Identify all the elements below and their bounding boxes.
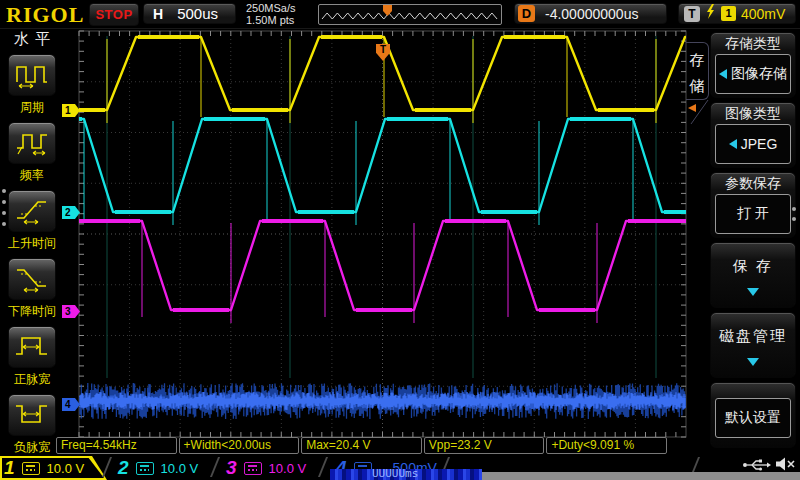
measure-menu-item-label: 上升时间 [0, 235, 64, 252]
menu-section-header: 存储类型 [711, 33, 795, 53]
channel-scale: 10.0 V [161, 461, 199, 476]
chevron-down-icon[interactable] [747, 288, 759, 296]
menu-softkey-button[interactable]: 打 开 [715, 194, 791, 234]
channel-scale: 10.0 V [47, 461, 85, 476]
waveform-display [0, 0, 800, 480]
menu-softkey-button[interactable]: JPEG [715, 124, 791, 164]
chevron-left-icon [729, 139, 737, 149]
oscilloscope-screen: { "top_bar": { "logo": "RIGOL", "run_sta… [0, 0, 800, 480]
storage-menu-tab: 存储 [686, 42, 709, 100]
menu-section-header: 参数保存 [711, 173, 795, 193]
channel-scale: 10.0 V [269, 461, 307, 476]
measure-menu-item-5: 正脉宽 [0, 326, 64, 394]
page-indicator-dot [2, 200, 6, 204]
menu-section-1: 存储类型图像存储 [710, 32, 796, 98]
period-button[interactable] [8, 54, 56, 96]
channel-3-status[interactable]: 310.0 V [226, 456, 306, 480]
page-indicator-dot [2, 189, 6, 193]
waveform-position-bar[interactable] [318, 4, 502, 25]
menu-softkey-label: 打 开 [737, 205, 769, 223]
delay-value: -4.00000000us [545, 6, 638, 22]
top-status-bar: RIGOL STOP H 500us 250MSa/s 1.50M pts D … [0, 0, 800, 29]
channel-number: 3 [226, 456, 237, 480]
neg-pulse-width-icon [15, 401, 49, 429]
menu-softkey-label: JPEG [741, 136, 778, 152]
measure-menu-title: 水平 [0, 30, 64, 54]
menu-softkey-label: 图像存储 [731, 65, 787, 83]
page-indicator-dot [2, 211, 6, 215]
sample-rate: 250MSa/s [246, 2, 296, 14]
measure-menu-item-3: 上升时间 [0, 190, 64, 258]
trigger-source-badge: 1 [721, 6, 736, 21]
horizontal-label: H [153, 6, 163, 22]
measurement-readouts: Freq=4.54kHz+Width<20.00usMax=20.4 VVpp=… [56, 437, 669, 454]
rise-time-icon [15, 197, 49, 225]
menu-section-2: 图像类型JPEG [710, 102, 796, 168]
menu-softkey-button[interactable]: 图像存储 [715, 54, 791, 94]
measure-menu-item-label: 正脉宽 [0, 371, 64, 388]
frequency-icon [15, 129, 49, 157]
menu-section-4: 保 存 [710, 242, 796, 308]
memory-waveform-preview [319, 5, 499, 24]
rise-time-button[interactable] [8, 190, 56, 232]
chevron-down-icon[interactable] [747, 358, 759, 366]
edge-trigger-icon [705, 4, 716, 23]
timebase-value: 500us [177, 5, 218, 22]
chevron-left-icon [719, 69, 727, 79]
channel-2-status[interactable]: 210.0 V [118, 456, 198, 480]
trigger-indicator[interactable]: T 1 400mV [678, 3, 796, 24]
measure-menu-item-6: 负脉宽 [0, 394, 64, 462]
measurement-readout-4: Vpp=23.2 V [424, 437, 545, 454]
measure-menu-item-label: 下降时间 [0, 303, 64, 320]
acquisition-info: 250MSa/s 1.50M pts [246, 2, 296, 26]
measurement-readout-2: +Width<20.00us [179, 437, 300, 454]
channel-number: 2 [118, 456, 129, 480]
fall-time-button[interactable] [8, 258, 56, 300]
rigol-logo: RIGOL [6, 2, 84, 28]
measure-menu-item-label: 周期 [0, 99, 64, 116]
menu-section-header: 图像类型 [711, 103, 795, 123]
measurement-readout-5: +Duty<9.091 % [546, 437, 667, 454]
trigger-badge: T [684, 6, 700, 22]
measurement-readout-1: Freq=4.54kHz [56, 437, 177, 454]
menu-softkey-label: 默认设置 [725, 409, 781, 427]
pos-pulse-width-button[interactable] [8, 326, 56, 368]
menu-section-5: 磁盘管理 [710, 312, 796, 378]
dc-coupling-icon [22, 462, 40, 475]
dc-coupling-icon [244, 462, 262, 475]
menu-softkey-button[interactable]: 默认设置 [715, 398, 791, 438]
fall-time-icon [15, 265, 49, 293]
measure-menu-item-label: 频率 [0, 167, 64, 184]
speaker-muted-icon [774, 456, 796, 476]
menu-section-6: 默认设置 [710, 382, 796, 448]
dc-coupling-icon [136, 462, 154, 475]
measure-menu-items: 周期频率上升时间下降时间正脉宽负脉宽 [0, 54, 64, 462]
menu-section-3: 参数保存打 开 [710, 172, 796, 238]
pos-pulse-width-icon [15, 333, 49, 361]
neg-pulse-width-button[interactable] [8, 394, 56, 436]
page-indicator-dot [792, 217, 796, 221]
trigger-level-arrow[interactable] [688, 104, 696, 112]
delay-badge: D [518, 5, 535, 22]
delay-indicator[interactable]: D -4.00000000us [514, 3, 667, 24]
measure-menu: 水平 周期频率上升时间下降时间正脉宽负脉宽 [0, 30, 64, 462]
period-icon [15, 61, 49, 89]
measurement-readout-3: Max=20.4 V [301, 437, 422, 454]
trigger-level-value: 400mV [741, 6, 785, 22]
measure-menu-item-2: 频率 [0, 122, 64, 190]
measure-menu-item-label: 负脉宽 [0, 439, 64, 456]
page-indicator-dot [2, 222, 6, 226]
menu-softkey-label[interactable]: 保 存 [711, 257, 795, 276]
memory-depth: 1.50M pts [246, 14, 296, 26]
run-status-indicator[interactable]: STOP [89, 3, 139, 26]
channel-1-status[interactable]: 110.0 V [4, 456, 84, 480]
measure-menu-item-4: 下降时间 [0, 258, 64, 326]
frequency-button[interactable] [8, 122, 56, 164]
channel-number: 1 [4, 456, 15, 480]
timebase-indicator[interactable]: H 500us [143, 3, 236, 24]
page-indicator-dot [792, 207, 796, 211]
measure-menu-item-1: 周期 [0, 54, 64, 122]
glitch-artifact: UUUUUms [330, 469, 482, 480]
menu-softkey-label[interactable]: 磁盘管理 [711, 327, 795, 346]
run-status-text: STOP [95, 7, 132, 22]
